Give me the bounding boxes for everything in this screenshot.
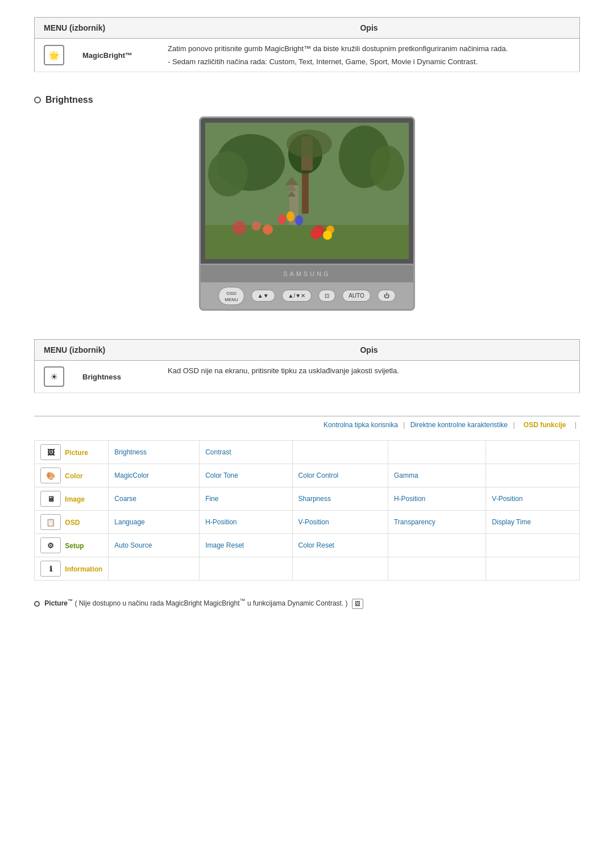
table-row-osd: 📋 OSD Language H-Position V-Position Tra… bbox=[35, 511, 580, 534]
col-menu: MENU (izbornik) bbox=[35, 18, 159, 39]
color-control-link[interactable]: Color Control bbox=[298, 471, 339, 479]
osd-cell-3[interactable]: V-Position bbox=[292, 511, 388, 534]
setup-menu-icon: ⚙ bbox=[40, 537, 61, 553]
setup-cell-4 bbox=[388, 534, 486, 557]
osd-menu-icon: 📋 bbox=[40, 514, 61, 530]
image-cell-4[interactable]: H-Position bbox=[388, 487, 486, 511]
nav-links: Kontrolna tipka korisnika | Direktne kon… bbox=[34, 416, 580, 429]
sharpness-link[interactable]: Sharpness bbox=[298, 495, 331, 503]
color-cell-3[interactable]: Color Control bbox=[292, 464, 388, 487]
setup-cell-1[interactable]: Auto Source bbox=[109, 534, 200, 557]
nav-link-1[interactable]: Kontrolna tipka korisnika bbox=[323, 421, 398, 429]
language-link[interactable]: Language bbox=[114, 518, 144, 526]
confirm-button[interactable]: ⊡ bbox=[318, 290, 335, 302]
info-menu-label[interactable]: Information bbox=[65, 565, 102, 573]
picture-menu-cell: 🖼 Picture bbox=[35, 441, 109, 464]
svg-point-17 bbox=[278, 214, 286, 224]
auto-source-link[interactable]: Auto Source bbox=[114, 541, 152, 549]
auto-button[interactable]: AUTO bbox=[342, 290, 371, 302]
color-menu-label[interactable]: Color bbox=[65, 472, 82, 480]
svg-point-16 bbox=[263, 224, 273, 235]
picture-footer-tm: MagicBright™ bbox=[204, 599, 245, 607]
picture-footer-text: Picture™ ( Nije dostupno u načinu rada M… bbox=[34, 598, 580, 609]
image-cell-3[interactable]: Sharpness bbox=[292, 487, 388, 511]
osd-cell-2[interactable]: H-Position bbox=[200, 511, 292, 534]
image-menu-label[interactable]: Image bbox=[65, 495, 85, 503]
garden-scene bbox=[205, 123, 409, 259]
color-cell-1[interactable]: MagicColor bbox=[109, 464, 200, 487]
color-reset-link[interactable]: Color Reset bbox=[298, 541, 334, 549]
image-cell-2[interactable]: Fine bbox=[200, 487, 292, 511]
nav-separator-3: | bbox=[575, 421, 576, 429]
picture-small-icon: 🖼 bbox=[352, 599, 363, 609]
transparency-link[interactable]: Transparency bbox=[394, 518, 435, 526]
picture-cell-4 bbox=[388, 441, 486, 464]
info-cell-1 bbox=[109, 557, 200, 581]
svg-point-12 bbox=[233, 221, 246, 235]
monitor-frame bbox=[199, 116, 415, 265]
setup-menu-label[interactable]: Setup bbox=[65, 542, 84, 550]
osd-cell-4[interactable]: Transparency bbox=[388, 511, 486, 534]
brightness-col-menu: MENU (izbornik) bbox=[35, 340, 159, 361]
coarse-link[interactable]: Coarse bbox=[114, 495, 136, 503]
color-cell-4[interactable]: Gamma bbox=[388, 464, 486, 487]
setup-cell-2[interactable]: Image Reset bbox=[200, 534, 292, 557]
color-cell-5 bbox=[486, 464, 580, 487]
section-dot-icon bbox=[34, 97, 41, 103]
osd-cell-5[interactable]: Display Time bbox=[486, 511, 580, 534]
picture-dot-icon bbox=[34, 601, 40, 607]
magiccolor-link[interactable]: MagicColor bbox=[114, 471, 149, 479]
brightness-table-row: ☀ Brightness Kad OSD nije na ekranu, pri… bbox=[35, 361, 580, 393]
svg-point-4 bbox=[288, 134, 322, 174]
color-menu-cell: 🎨 Color bbox=[35, 464, 109, 487]
color-cell-2[interactable]: Color Tone bbox=[200, 464, 292, 487]
info-cell-2 bbox=[200, 557, 292, 581]
picture-footer-desc: ( Nije dostupno u načinu rada MagicBrigh… bbox=[74, 599, 201, 607]
v-position-link[interactable]: V-Position bbox=[492, 495, 522, 503]
setup-cell-5 bbox=[486, 534, 580, 557]
display-time-link[interactable]: Display Time bbox=[492, 518, 531, 526]
monitor-brand: SAMSUNG bbox=[199, 265, 415, 282]
monitor-controls: OSDMENU ▲▼ ▲/▼✕ ⊡ AUTO ⏻ bbox=[199, 282, 415, 311]
picture-cell-3 bbox=[292, 441, 388, 464]
contrast-link[interactable]: Contrast bbox=[205, 448, 231, 456]
setup-cell-3[interactable]: Color Reset bbox=[292, 534, 388, 557]
nav-link-2[interactable]: Direktne kontrolne karakteristike bbox=[410, 421, 508, 429]
brightness-title: Brightness bbox=[45, 95, 93, 105]
nav-separator-2: | bbox=[513, 421, 515, 429]
brightness-button[interactable]: ▲/▼✕ bbox=[282, 290, 312, 302]
image-reset-link[interactable]: Image Reset bbox=[205, 541, 244, 549]
svg-point-2 bbox=[208, 151, 248, 197]
svg-point-21 bbox=[323, 231, 332, 240]
h-position-link[interactable]: H-Position bbox=[394, 495, 425, 503]
picture-cell-2[interactable]: Contrast bbox=[200, 441, 292, 464]
menu-icon-cell: 🌟 bbox=[35, 39, 74, 72]
color-tone-link[interactable]: Color Tone bbox=[205, 471, 238, 479]
svg-point-6 bbox=[370, 145, 404, 191]
osd-v-position-link[interactable]: V-Position bbox=[298, 518, 329, 526]
brightness-link[interactable]: Brightness bbox=[114, 448, 147, 456]
power-button[interactable]: ⏻ bbox=[377, 290, 396, 302]
info-cell-5 bbox=[486, 557, 580, 581]
menu-button[interactable]: OSDMENU bbox=[218, 287, 244, 305]
image-menu-cell: 🖥 Image bbox=[35, 487, 109, 511]
picture-menu-label[interactable]: Picture bbox=[65, 449, 88, 457]
brightness-icon: ☀ bbox=[44, 366, 64, 387]
nav-up-down-button[interactable]: ▲▼ bbox=[251, 290, 275, 302]
col-opis: Opis bbox=[159, 18, 580, 39]
osd-menu-table: 🖼 Picture Brightness Contrast 🎨 Color Ma… bbox=[34, 440, 580, 581]
image-cell-1[interactable]: Coarse bbox=[109, 487, 200, 511]
osd-h-position-link[interactable]: H-Position bbox=[205, 518, 237, 526]
picture-footer-title: Picture™ bbox=[44, 599, 74, 607]
magic-bright-icon: 🌟 bbox=[44, 45, 64, 65]
osd-cell-1[interactable]: Language bbox=[109, 511, 200, 534]
picture-cell-5 bbox=[486, 441, 580, 464]
table-row-image: 🖥 Image Coarse Fine Sharpness H-Position… bbox=[35, 487, 580, 511]
picture-cell-1[interactable]: Brightness bbox=[109, 441, 200, 464]
gamma-link[interactable]: Gamma bbox=[394, 471, 418, 479]
svg-rect-3 bbox=[302, 157, 309, 214]
osd-menu-label[interactable]: OSD bbox=[65, 519, 80, 527]
fine-link[interactable]: Fine bbox=[205, 495, 218, 503]
image-cell-5[interactable]: V-Position bbox=[486, 487, 580, 511]
nav-separator-1: | bbox=[403, 421, 405, 429]
